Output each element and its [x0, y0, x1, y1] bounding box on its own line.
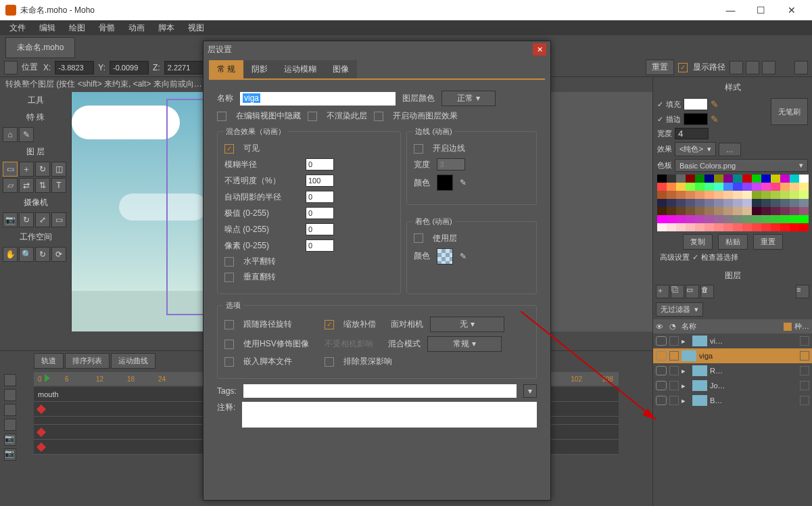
tl-icon[interactable]	[4, 419, 16, 431]
rotate-icon[interactable]: ↻	[35, 162, 50, 177]
copy-button[interactable]: 复制	[683, 234, 713, 250]
palette-swatch[interactable]	[676, 207, 686, 215]
palette-swatch[interactable]	[761, 175, 771, 183]
layer-color-box[interactable]	[669, 351, 679, 361]
palette-swatch[interactable]	[790, 183, 799, 191]
palette-swatch[interactable]	[667, 199, 676, 207]
hsv-check[interactable]	[224, 340, 234, 349]
palette-swatch[interactable]	[704, 223, 714, 231]
menu-edit[interactable]: 编辑	[32, 22, 62, 34]
palette-swatch[interactable]	[780, 207, 790, 215]
palette-swatch[interactable]	[686, 175, 695, 183]
palette-swatch[interactable]	[799, 191, 809, 199]
layer-row[interactable]: ▸vi…	[653, 334, 812, 348]
edge-width-input[interactable]	[437, 158, 465, 170]
palette-swatch[interactable]	[752, 191, 761, 199]
palette-swatch[interactable]	[780, 199, 790, 207]
layer-color-box[interactable]	[669, 381, 679, 390]
tab-general[interactable]: 常 规	[209, 60, 243, 78]
tab-sort[interactable]: 排序列表	[65, 353, 110, 369]
tl-camera-icon[interactable]: 📷	[4, 434, 16, 446]
palette-swatch[interactable]	[704, 191, 714, 199]
x-input[interactable]	[55, 61, 94, 74]
crop-icon[interactable]: ⌂	[3, 127, 18, 142]
fill-swatch[interactable]	[684, 98, 708, 110]
effect-more-button[interactable]: …	[719, 143, 741, 156]
layer-name-input[interactable]: viga	[240, 92, 396, 106]
palette-swatch[interactable]	[780, 175, 790, 183]
palette-swatch[interactable]	[761, 215, 771, 223]
tool-icon[interactable]: ✎	[19, 127, 34, 142]
edge-color-swatch[interactable]	[437, 175, 453, 191]
palette-swatch[interactable]	[723, 183, 733, 191]
palette-swatch[interactable]	[790, 215, 799, 223]
extreme-input[interactable]	[306, 207, 334, 219]
ref-layer-icon[interactable]: ▭	[686, 285, 699, 298]
vflip-check[interactable]	[224, 273, 234, 282]
layercolor-dropdown[interactable]: 正常 ▾	[441, 91, 496, 106]
palette-swatch[interactable]	[657, 183, 667, 191]
orbit-icon[interactable]: ↻	[35, 247, 50, 262]
layer-row[interactable]: ▸B…	[653, 393, 812, 408]
layer-kind-box[interactable]	[800, 381, 809, 390]
palette-swatch[interactable]	[790, 207, 799, 215]
uselayer-check[interactable]	[414, 233, 423, 243]
dialog-titlebar[interactable]: 层设置 ✕	[204, 41, 550, 58]
opacity-input[interactable]	[306, 175, 334, 187]
stroke-picker-icon[interactable]: ✎	[711, 114, 719, 124]
palette-swatch[interactable]	[771, 199, 780, 207]
palette-swatch[interactable]	[742, 183, 752, 191]
layer-kind-box[interactable]	[800, 336, 809, 346]
layer-filter-dropdown[interactable]: 无过滤器▾	[656, 302, 703, 317]
blendmode-dropdown[interactable]: 常规 ▾	[427, 336, 502, 352]
layer-color-box[interactable]	[669, 336, 679, 346]
paste-button[interactable]: 粘贴	[718, 234, 748, 250]
stroke-check[interactable]: ✓	[657, 115, 663, 124]
palette-swatch[interactable]	[686, 215, 695, 223]
layer-row[interactable]: viga	[653, 348, 812, 363]
palette-swatch[interactable]	[657, 207, 667, 215]
cam-3-icon[interactable]: ⤢	[35, 212, 50, 227]
palette-swatch[interactable]	[723, 191, 733, 199]
palette-swatch[interactable]	[771, 175, 780, 183]
flip-icon[interactable]: ⇄	[19, 178, 34, 193]
layer-row[interactable]: ▸R…	[653, 363, 812, 378]
document-tab[interactable]: 未命名.moho	[5, 37, 75, 58]
palette-swatch[interactable]	[733, 207, 742, 215]
palette-swatch[interactable]	[714, 199, 723, 207]
hide-edit-check[interactable]	[217, 112, 226, 121]
palette-swatch[interactable]	[667, 223, 676, 231]
layer-kind-box[interactable]	[800, 366, 809, 375]
palette-swatch[interactable]	[657, 223, 667, 231]
tl-icon[interactable]	[4, 374, 16, 386]
palette-swatch[interactable]	[780, 223, 790, 231]
palette-swatch[interactable]	[771, 183, 780, 191]
no-render-check[interactable]	[308, 112, 317, 121]
effect-dropdown[interactable]: <纯色>▾	[675, 142, 716, 156]
visibility-icon[interactable]	[656, 351, 667, 361]
new-layer-icon[interactable]: ＋	[656, 285, 669, 298]
tags-input[interactable]	[243, 384, 517, 398]
pixel-input[interactable]	[306, 239, 334, 252]
tint-color-swatch[interactable]	[437, 248, 453, 264]
edge-picker-icon[interactable]: ✎	[460, 178, 467, 187]
palette-dropdown[interactable]: Basic Colors.png▾	[675, 159, 808, 172]
palette-swatch[interactable]	[704, 215, 714, 223]
palette-swatch[interactable]	[695, 207, 704, 215]
menu-view[interactable]: 视图	[181, 22, 211, 34]
palette-swatch[interactable]	[714, 175, 723, 183]
palette-swatch[interactable]	[686, 183, 695, 191]
visibility-icon[interactable]	[656, 366, 667, 375]
palette-swatch[interactable]	[771, 191, 780, 199]
reset-view-icon[interactable]: ⟳	[51, 247, 66, 262]
layer-row[interactable]: ▸Jo…	[653, 378, 812, 393]
palette-swatch[interactable]	[686, 207, 695, 215]
facecam-dropdown[interactable]: 无 ▾	[430, 317, 504, 332]
palette-swatch[interactable]	[799, 215, 809, 223]
stroke-swatch[interactable]	[684, 113, 708, 125]
cam-1-icon[interactable]: 📷	[3, 212, 18, 227]
palette-swatch[interactable]	[733, 199, 742, 207]
palette-swatch[interactable]	[695, 199, 704, 207]
palette-swatch[interactable]	[686, 199, 695, 207]
cam-2-icon[interactable]: ↻	[19, 212, 34, 227]
